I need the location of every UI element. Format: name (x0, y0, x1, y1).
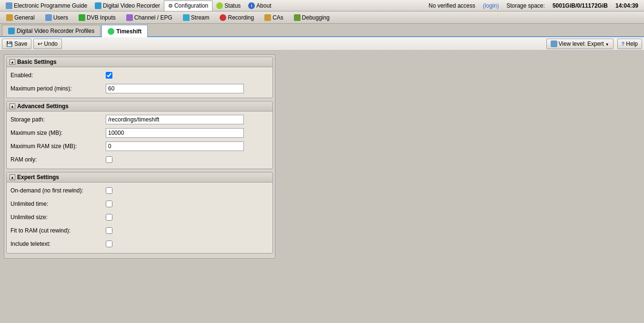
tab-timeshift[interactable]: Timeshift (101, 25, 148, 37)
dvbinputs-icon (79, 14, 85, 21)
unlimited-size-row: Unlimited size: (10, 212, 269, 222)
nav-about-label: About (256, 2, 271, 9)
tab-dvr-profiles[interactable]: Digital Video Recorder Profiles (2, 25, 101, 36)
unlimited-time-checkbox[interactable] (106, 201, 112, 207)
storage-path-input[interactable] (106, 115, 244, 124)
main-content: Basic Settings Enabled: Maximum period (… (0, 50, 644, 323)
nav-dvb-inputs-label: DVB Inputs (87, 14, 116, 21)
top-bar: Electronic Programme Guide Digital Video… (0, 0, 644, 11)
timeshift-icon (108, 28, 114, 35)
stream-icon (183, 14, 190, 21)
include-teletext-checkbox[interactable] (106, 241, 112, 247)
view-level-label: View level: Expert (559, 40, 604, 47)
advanced-settings-section: Advanced Settings Storage path: Maximum … (6, 101, 273, 169)
tab-bar: Digital Video Recorder Profiles Timeshif… (0, 24, 644, 37)
nav-cas[interactable]: CAs (259, 12, 289, 23)
max-size-input[interactable] (106, 128, 244, 138)
toolbar: Save Undo View level: Expert Help (0, 37, 644, 50)
nav-cas-label: CAs (272, 14, 283, 21)
status-icon (216, 2, 223, 9)
basic-settings-header[interactable]: Basic Settings (7, 57, 272, 67)
nav-users[interactable]: Users (40, 12, 73, 23)
nav-epg[interactable]: Electronic Programme Guide (2, 0, 91, 11)
expert-settings-title: Expert Settings (17, 174, 59, 181)
clock: 14:04:39 (612, 2, 642, 9)
advanced-settings-body: Storage path: Maximum size (MB): Maximum… (7, 111, 272, 169)
access-text: No verified access (425, 2, 479, 9)
expert-settings-collapse-icon[interactable] (10, 174, 15, 180)
max-ram-input[interactable] (106, 141, 244, 151)
unlimited-size-checkbox[interactable] (106, 214, 112, 221)
nav-dvb-inputs[interactable]: DVB Inputs (73, 12, 121, 23)
expert-settings-body: On-demand (no first rewind): Unlimited t… (7, 182, 272, 253)
epg-icon (6, 2, 12, 9)
ram-only-checkbox[interactable] (106, 156, 112, 163)
basic-settings-title: Basic Settings (17, 59, 57, 65)
fit-to-ram-row: Fit to RAM (cut rewind): (10, 225, 269, 236)
undo-icon (38, 40, 42, 47)
nav-status[interactable]: Status (212, 0, 244, 11)
on-demand-label: On-demand (no first rewind): (10, 187, 106, 194)
enabled-checkbox[interactable] (106, 72, 112, 79)
dvr-profiles-icon (8, 28, 15, 34)
max-ram-row: Maximum RAM size (MB): (10, 141, 269, 151)
include-teletext-label: Include teletext: (10, 241, 106, 247)
advanced-settings-title: Advanced Settings (17, 103, 69, 110)
unlimited-time-label: Unlimited time: (10, 201, 106, 207)
tab-dvr-profiles-label: Digital Video Recorder Profiles (17, 28, 94, 34)
max-period-input[interactable] (106, 84, 244, 93)
fit-to-ram-label: Fit to RAM (cut rewind): (10, 227, 106, 234)
save-button[interactable]: Save (2, 39, 31, 49)
view-level-icon (551, 40, 557, 47)
basic-settings-collapse-icon[interactable] (10, 59, 15, 65)
nav-dvr[interactable]: Digital Video Recorder (91, 0, 164, 11)
enabled-label: Enabled: (10, 72, 106, 79)
ram-only-label: RAM only: (10, 156, 106, 163)
fit-to-ram-checkbox[interactable] (106, 227, 112, 234)
about-icon: i (248, 2, 255, 9)
nav-config[interactable]: Configuration (164, 0, 212, 11)
nav-debugging[interactable]: Debugging (289, 12, 335, 23)
expert-settings-header[interactable]: Expert Settings (7, 172, 272, 182)
enabled-row: Enabled: (10, 70, 269, 81)
max-size-row: Maximum size (MB): (10, 128, 269, 138)
on-demand-checkbox[interactable] (106, 187, 112, 194)
recording-icon (220, 14, 226, 21)
login-text[interactable]: (login) (479, 2, 503, 9)
basic-settings-section: Basic Settings Enabled: Maximum period (… (6, 57, 273, 98)
include-teletext-row: Include teletext: (10, 239, 269, 249)
cas-icon (264, 14, 271, 21)
nav-general[interactable]: General (1, 12, 40, 23)
help-button[interactable]: Help (617, 39, 642, 49)
nav-dvr-label: Digital Video Recorder (103, 2, 160, 9)
help-label: Help (626, 40, 638, 47)
on-demand-row: On-demand (no first rewind): (10, 185, 269, 196)
max-ram-label: Maximum RAM size (MB): (10, 143, 106, 150)
channelepg-icon (126, 14, 133, 21)
general-icon (6, 14, 13, 21)
nav-users-label: Users (53, 14, 68, 21)
nav-recording[interactable]: Recording (214, 12, 259, 23)
save-icon (6, 40, 13, 47)
nav-stream-label: Stream (191, 14, 210, 21)
nav-general-label: General (14, 14, 35, 21)
nav-channel-epg[interactable]: Channel / EPG (121, 12, 178, 23)
nav-about[interactable]: i About (244, 0, 275, 11)
undo-button[interactable]: Undo (33, 39, 62, 49)
storage-path-label: Storage path: (10, 116, 106, 123)
save-label: Save (14, 40, 27, 47)
storage-label: Storage space: (503, 2, 549, 9)
advanced-settings-collapse-icon[interactable] (10, 103, 15, 109)
config-icon (168, 2, 173, 9)
storage-value: 5001GiB/0/11172GiB (549, 2, 612, 9)
nav-debugging-label: Debugging (302, 14, 330, 21)
advanced-settings-header[interactable]: Advanced Settings (7, 101, 272, 111)
nav-bar: General Users DVB Inputs Channel / EPG S… (0, 11, 644, 24)
nav-channel-epg-label: Channel / EPG (134, 14, 172, 21)
nav-stream[interactable]: Stream (178, 12, 215, 23)
undo-label: Undo (44, 40, 58, 47)
view-level-button[interactable]: View level: Expert (546, 39, 614, 49)
debugging-icon (294, 14, 301, 21)
tab-timeshift-label: Timeshift (116, 28, 141, 35)
max-size-label: Maximum size (MB): (10, 130, 106, 136)
